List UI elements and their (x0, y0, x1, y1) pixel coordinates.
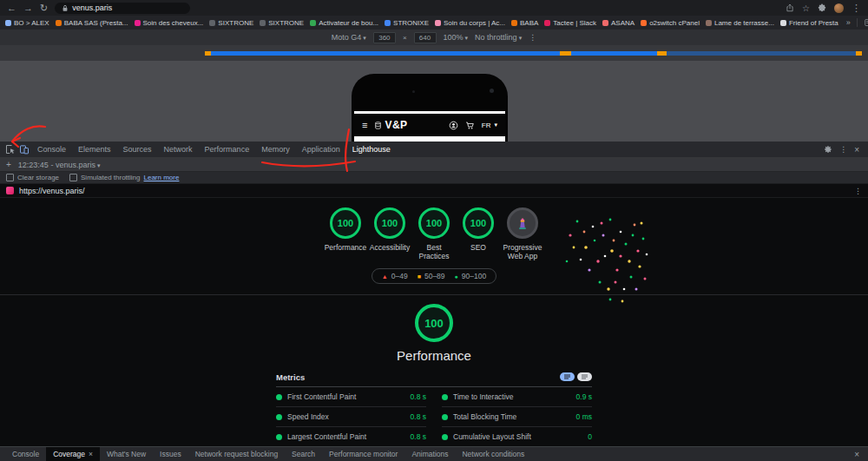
drawer-tab-whats-new[interactable]: What's New (100, 447, 153, 461)
drawer-tab-performance-monitor[interactable]: Performance monitor (322, 447, 404, 461)
drawer-tab-issues[interactable]: Issues (153, 447, 188, 461)
inspect-element-icon[interactable] (3, 142, 17, 156)
share-icon[interactable] (786, 3, 794, 12)
site-favicon (6, 187, 14, 194)
triangle-icon: ▲ (382, 273, 388, 280)
bookmark-favicon (260, 20, 266, 26)
bookmark-favicon (706, 20, 712, 26)
score-performance[interactable]: 100 Performance (324, 207, 368, 260)
tab-application[interactable]: Application (296, 142, 346, 157)
score-pwa[interactable]: Progressive Web App (501, 207, 545, 260)
report-kebab-icon[interactable]: ⋮ (854, 187, 862, 195)
reload-button[interactable]: ↻ (40, 3, 48, 13)
score-best-practices[interactable]: 100 Best Practices (412, 207, 457, 260)
simulated-throttling-checkbox[interactable] (69, 174, 77, 181)
device-width-input[interactable]: 360 (373, 32, 396, 43)
zoom-select[interactable]: 100%▾ (444, 33, 469, 42)
score-label: Performance (325, 243, 367, 252)
close-icon[interactable]: × (89, 447, 93, 461)
language-select[interactable]: FR▾ (482, 122, 497, 129)
bookmark-favicon (5, 20, 11, 26)
bookmark-item[interactable]: BABA SAS (Presta... (56, 19, 128, 27)
tab-network[interactable]: Network (158, 142, 199, 157)
profile-avatar[interactable] (834, 3, 844, 13)
drawer-tab-network-conditions[interactable]: Network conditions (455, 447, 531, 461)
device-height-input[interactable]: 640 (414, 32, 437, 43)
metrics-header: Metrics (276, 371, 592, 383)
bookmark-favicon (135, 20, 141, 26)
bookmark-favicon (780, 20, 786, 26)
score-seo[interactable]: 100 SEO (457, 207, 501, 260)
forward-button[interactable]: → (23, 3, 33, 13)
reading-list-button[interactable]: Liste de lecture (857, 18, 868, 27)
bookmark-item[interactable]: Lame de terrasse... (706, 19, 774, 27)
tab-memory[interactable]: Memory (255, 142, 296, 157)
tab-elements[interactable]: Elements (72, 142, 117, 157)
score-label: Accessibility (370, 243, 410, 252)
clear-storage-checkbox[interactable] (6, 174, 14, 181)
extensions-puzzle-icon[interactable] (818, 3, 826, 12)
bookmark-item[interactable]: Tactee | Slack (544, 19, 596, 27)
bookmark-item[interactable]: Friend of Presta (780, 19, 838, 27)
bookmark-item[interactable]: Soin des cheveux... (135, 19, 204, 27)
new-report-plus-icon[interactable]: + (6, 160, 11, 169)
bookmarks-overflow-chevron[interactable]: » (846, 18, 851, 27)
site-logo[interactable]: V&P (374, 119, 407, 131)
clear-storage-option[interactable]: Clear storage (6, 174, 59, 181)
phone-screen: ≡ V&P FR▾ (354, 111, 505, 142)
drawer-tab-console[interactable]: Console (5, 447, 46, 461)
bookmark-item[interactable]: Activateur de bou... (310, 19, 378, 27)
drawer-tab-coverage[interactable]: Coverage× (46, 447, 100, 461)
toggle-on-pill[interactable] (560, 372, 575, 381)
metric-value: 0.8 s (411, 392, 426, 401)
metrics-description-toggle[interactable] (560, 372, 592, 381)
account-icon[interactable] (449, 121, 458, 130)
score-accessibility[interactable]: 100 Accessibility (368, 207, 412, 260)
media-query-bar-orange (205, 51, 211, 56)
hamburger-menu-icon[interactable]: ≡ (362, 120, 367, 130)
lighthouse-report: 100 Performance 100 Accessibility 100 Be… (0, 198, 868, 446)
bookmark-item[interactable]: BO > ALEX (5, 19, 49, 27)
caret-down-icon: ▾ (519, 35, 523, 41)
performance-gauge-wrap: 100 (0, 304, 868, 342)
metrics-section: Metrics First Contentful Paint0.8 s Spee… (276, 371, 592, 446)
drawer-tab-network-request-blocking[interactable]: Network request blocking (188, 447, 285, 461)
device-toolbar-kebab-icon[interactable]: ⋮ (529, 33, 536, 42)
bookmark-item[interactable]: SIXTRONE (260, 19, 304, 27)
caret-down-icon: ▾ (465, 35, 469, 41)
cart-icon[interactable] (465, 121, 475, 130)
tab-sources[interactable]: Sources (117, 142, 158, 157)
bookmark-star-icon[interactable]: ☆ (802, 3, 810, 13)
bookmark-favicon (310, 20, 316, 26)
address-bar[interactable]: venus.paris (55, 3, 190, 14)
tab-performance[interactable]: Performance (199, 142, 256, 157)
bookmark-item[interactable]: STRONIXE (385, 19, 429, 27)
browser-menu-kebab-icon[interactable]: ⋮ (852, 3, 861, 13)
devtools-close-icon[interactable]: × (854, 145, 859, 155)
bookmark-item[interactable]: BABA (511, 19, 538, 27)
report-selector[interactable]: 12:23:45 - venus.paris▾ (18, 161, 101, 169)
bookmark-item[interactable]: SIXTRONE (209, 19, 253, 27)
simulated-throttling-option[interactable]: Simulated throttlingLearn more (69, 174, 179, 181)
score-ring: 100 (418, 207, 450, 239)
drawer-close-icon[interactable]: × (854, 450, 863, 459)
device-select[interactable]: Moto G4▾ (332, 33, 366, 42)
toggle-device-toolbar-icon[interactable] (17, 142, 31, 156)
gear-icon[interactable] (824, 145, 832, 154)
performance-gauge[interactable]: 100 (415, 304, 453, 342)
drawer-tab-search[interactable]: Search (285, 447, 322, 461)
metric-name: First Contentful Paint (287, 392, 356, 401)
drawer-tab-animations[interactable]: Animations (404, 447, 455, 461)
tab-lighthouse[interactable]: Lighthouse (346, 142, 397, 157)
bookmark-item[interactable]: Soin du corps | Ac... (435, 19, 505, 27)
site-logo-text: V&P (385, 119, 407, 131)
score-ring: 100 (463, 207, 494, 239)
back-button[interactable]: ← (7, 3, 16, 13)
toggle-off-pill[interactable] (577, 372, 592, 381)
learn-more-link[interactable]: Learn more (144, 174, 180, 181)
tab-console[interactable]: Console (31, 142, 72, 157)
bookmark-item[interactable]: o2switch cPanel (641, 19, 700, 27)
bookmark-item[interactable]: ASANA (602, 19, 635, 27)
devtools-kebab-icon[interactable]: ⋮ (839, 145, 847, 154)
throttling-select[interactable]: No throttling▾ (475, 33, 522, 42)
